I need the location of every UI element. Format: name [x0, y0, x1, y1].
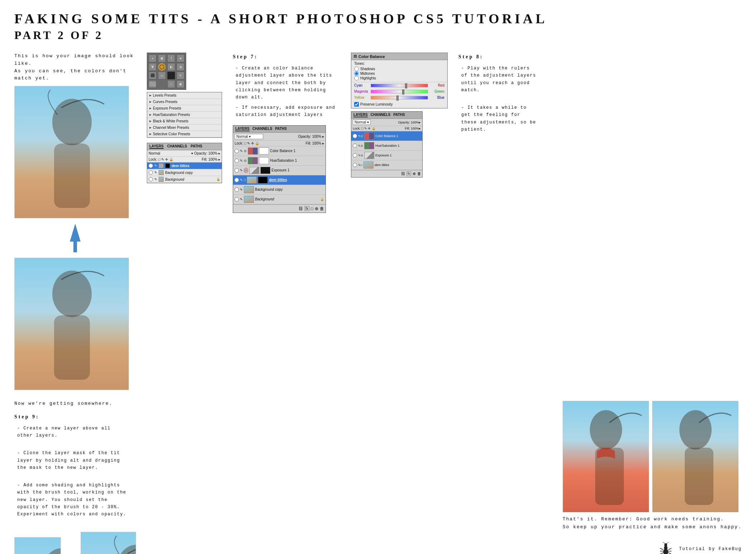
svg-point-5	[52, 271, 92, 317]
tool-v[interactable]: V	[149, 63, 157, 71]
highlights-radio[interactable]	[354, 76, 359, 81]
tool-histogram[interactable]: ▦	[158, 54, 166, 62]
tool-curves[interactable]: ⌇	[167, 54, 175, 62]
tool-extra3[interactable]: ▣	[177, 80, 184, 88]
delete-layer-icon[interactable]: 🗑	[320, 206, 324, 211]
layer-exposure[interactable]: ✎ ⊙ Exposure 1	[233, 166, 326, 175]
layer-hue-sat[interactable]: ✎ ⊙ Hue/Saturation 1	[233, 156, 326, 166]
midtones-radio[interactable]	[354, 71, 359, 76]
yellow-blue-thumb[interactable]	[396, 96, 399, 101]
tool-gradient[interactable]: ⬛	[149, 72, 157, 79]
now-text: Now we're getting somewhere.	[14, 401, 136, 406]
tab-layers-right[interactable]: LAYERS	[353, 113, 368, 117]
tool-lasso[interactable]	[158, 63, 166, 71]
tab-layers-main[interactable]: LAYERS	[235, 127, 250, 131]
main-title: Faking some tits - a short photoshop cs5…	[14, 11, 742, 26]
preset-bw[interactable]: ▶ Black & White Presets	[147, 118, 222, 125]
radio-highlights[interactable]: Highlights	[354, 76, 444, 81]
eye-bgc	[235, 188, 239, 192]
magenta-green-slider[interactable]	[371, 90, 428, 93]
name-ex: Exposure 1	[271, 168, 290, 172]
layer-bg-copy[interactable]: ✎ Background copy	[233, 185, 326, 195]
chain-ex-circle: ⊙	[244, 168, 248, 173]
fx-r[interactable]: fx	[406, 171, 411, 176]
preset-arrow-exposure-icon: ▶	[149, 107, 151, 110]
preset-curves[interactable]: ▶ Curves Presets	[147, 99, 222, 105]
preset-channel[interactable]: ▶ Channel Mixer Presets	[147, 125, 222, 131]
brush-dt: ✎	[240, 178, 243, 182]
tool-black[interactable]	[167, 72, 175, 79]
cyan-red-thumb[interactable]	[405, 83, 407, 88]
tool-lines[interactable]: ≡	[177, 72, 184, 79]
tab-channels-right[interactable]: CHANNELS	[371, 113, 391, 117]
tool-stroke[interactable]: ◻	[158, 72, 166, 79]
blue-label: Blue	[430, 96, 444, 99]
cyan-red-slider[interactable]	[371, 84, 428, 87]
tool-color[interactable]: ◧	[167, 63, 175, 71]
tool-extra2[interactable]: □	[167, 80, 175, 88]
panel-bottom-right: ⛓ fx ⊕ 🗑	[351, 170, 422, 177]
tab-paths-right[interactable]: PATHS	[393, 113, 405, 117]
layer-color-balance[interactable]: ✎ ⊙ Color Balance 1	[233, 146, 326, 156]
link-r[interactable]: ⛓	[401, 171, 405, 176]
step9-section: Step 9: - Create a new layer above all o…	[14, 413, 129, 521]
eye-hs	[235, 159, 239, 163]
preserve-luminosity-row: Preserve Luminosity	[351, 101, 447, 108]
layer-background[interactable]: ✎ Background 🔒	[233, 195, 326, 204]
tab-paths-small[interactable]: PATHS	[191, 144, 202, 149]
new-group-icon[interactable]: □	[311, 206, 313, 211]
lock-bg: 🔒	[320, 198, 324, 201]
radio-midtones[interactable]: Midtones	[354, 71, 444, 76]
fill-right: Fill: 100%▸	[405, 127, 421, 130]
preset-selective[interactable]: ▶ Selective Color Presets	[147, 131, 222, 137]
mask-dt: □	[244, 178, 246, 182]
layer-name-bg-small: Background	[165, 178, 184, 181]
layer-item-dem-titties-small[interactable]: ✎ dem titties	[147, 162, 222, 169]
preset-exposure[interactable]: ▶ Exposure Presets	[147, 105, 222, 112]
layer-cb-right[interactable]: ✎⊙ Color Balance 1	[351, 131, 422, 141]
svg-point-22	[664, 543, 667, 547]
icons-demr: ✎□	[358, 164, 362, 167]
blend-row-right: Normal ▾ Opacity: 100%▸	[351, 119, 422, 126]
layer-dem-right[interactable]: ✎□ dem titties	[351, 160, 422, 170]
tool-extra1[interactable]	[149, 80, 157, 88]
layer-hs-right[interactable]: ✎⊙ Hue/Saturation 1	[351, 141, 422, 151]
credit-text: Tutorial by FakeBug	[679, 547, 742, 552]
tab-paths-main[interactable]: PATHS	[275, 127, 286, 131]
tab-channels-small[interactable]: CHANNELS	[167, 144, 187, 149]
magenta-green-thumb[interactable]	[402, 89, 404, 94]
layer-thumb-bgcopy-small	[159, 170, 164, 175]
layer-ex-right[interactable]: ✎⊙ Exposure 1	[351, 151, 422, 160]
link-icon[interactable]: ⛓	[299, 206, 303, 211]
blend-mode-right[interactable]: Normal ▾	[353, 120, 371, 125]
svg-point-15	[590, 410, 622, 449]
eye-icon-bgcopy-small	[149, 170, 153, 175]
tool-sun[interactable]: ✦	[149, 54, 157, 62]
thumb-bgc	[244, 186, 254, 193]
layer-item-bgcopy-small[interactable]: ✎ Background copy	[147, 169, 222, 176]
fx-icon[interactable]: fx	[304, 206, 309, 211]
preset-huesat[interactable]: ▶ Hue/Saturation Presets	[147, 112, 222, 118]
brush-cb: ✎	[240, 149, 243, 153]
layer-dem-titties[interactable]: ✎ □ dem titties	[233, 175, 326, 185]
blend-mode-main[interactable]: Normal ▾	[235, 134, 263, 139]
new-r[interactable]: ⊕	[413, 171, 416, 176]
svg-line-30	[666, 542, 669, 544]
lock-text-small: Lock: □ ✎ ✛ 🔒	[149, 157, 173, 161]
shadows-radio[interactable]	[354, 67, 359, 71]
yellow-blue-slider[interactable]	[371, 96, 428, 99]
adj-panel-header: ⚖ Color Balance	[351, 53, 447, 60]
tool-adjust[interactable]: ◈	[177, 54, 184, 62]
preserve-luminosity-checkbox[interactable]	[354, 102, 359, 107]
new-layer-icon[interactable]: ⊕	[315, 206, 318, 211]
name-cb: Color Balance 1	[270, 149, 295, 153]
tab-channels-main[interactable]: CHANNELS	[252, 127, 273, 131]
thumb-ex	[249, 167, 259, 174]
preset-levels[interactable]: ▶ Levels Presets	[147, 92, 222, 99]
del-r[interactable]: 🗑	[417, 171, 421, 176]
icons-cbr: ✎⊙	[358, 135, 363, 138]
tab-layers-small[interactable]: LAYERS	[149, 144, 164, 149]
tool-blend2[interactable]: ◑	[177, 63, 184, 71]
layer-item-bg-small[interactable]: ✎ Background 🔒	[147, 176, 222, 183]
radio-shadows[interactable]: Shadows	[354, 67, 444, 71]
